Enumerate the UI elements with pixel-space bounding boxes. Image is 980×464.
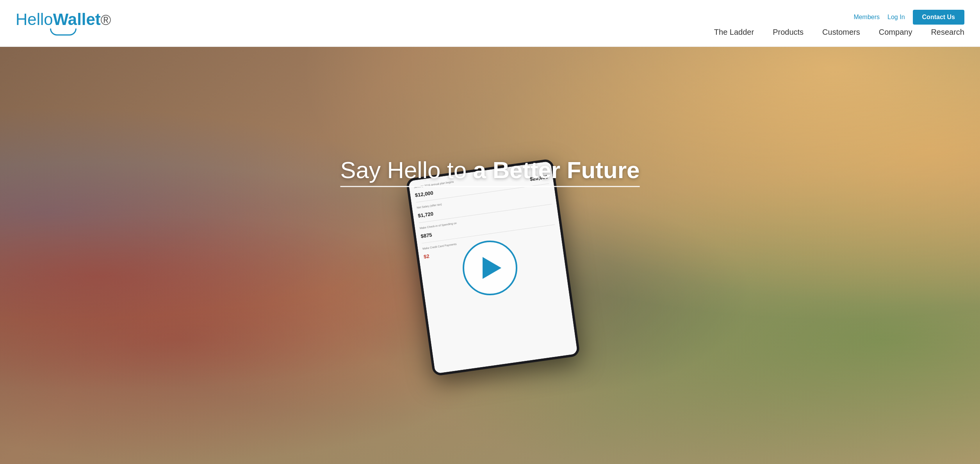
- play-video-button[interactable]: [463, 241, 517, 295]
- hero-headline-prefix: Say Hello to: [340, 157, 473, 183]
- contact-us-button[interactable]: Contact Us: [913, 10, 964, 25]
- login-link[interactable]: Log In: [887, 14, 905, 21]
- main-nav: The Ladder Products Customers Company Re…: [714, 28, 964, 37]
- logo-dot: ®: [101, 12, 111, 28]
- logo-smile-icon: [50, 29, 77, 36]
- header-right: Members Log In Contact Us The Ladder Pro…: [714, 10, 964, 37]
- hero-headline: Say Hello to a Better Future: [340, 157, 640, 187]
- nav-the-ladder[interactable]: The Ladder: [714, 28, 754, 37]
- hero-headline-bold: a Better Future: [473, 157, 640, 183]
- hero-section: January 2016 annual plan begins $12,000 …: [0, 47, 980, 464]
- nav-products[interactable]: Products: [773, 28, 804, 37]
- site-header: HelloWallet® Members Log In Contact Us T…: [0, 0, 980, 47]
- nav-research[interactable]: Research: [931, 28, 964, 37]
- nav-customers[interactable]: Customers: [822, 28, 860, 37]
- nav-company[interactable]: Company: [879, 28, 912, 37]
- logo-hello: Hello: [16, 10, 53, 29]
- logo-wallet: Wallet: [53, 10, 101, 29]
- members-link[interactable]: Members: [853, 14, 880, 21]
- logo[interactable]: HelloWallet®: [16, 11, 111, 36]
- play-icon: [483, 257, 501, 279]
- hero-underline-decoration: [340, 186, 640, 187]
- hero-headline-container: Say Hello to a Better Future: [340, 157, 640, 187]
- top-links: Members Log In Contact Us: [853, 10, 964, 25]
